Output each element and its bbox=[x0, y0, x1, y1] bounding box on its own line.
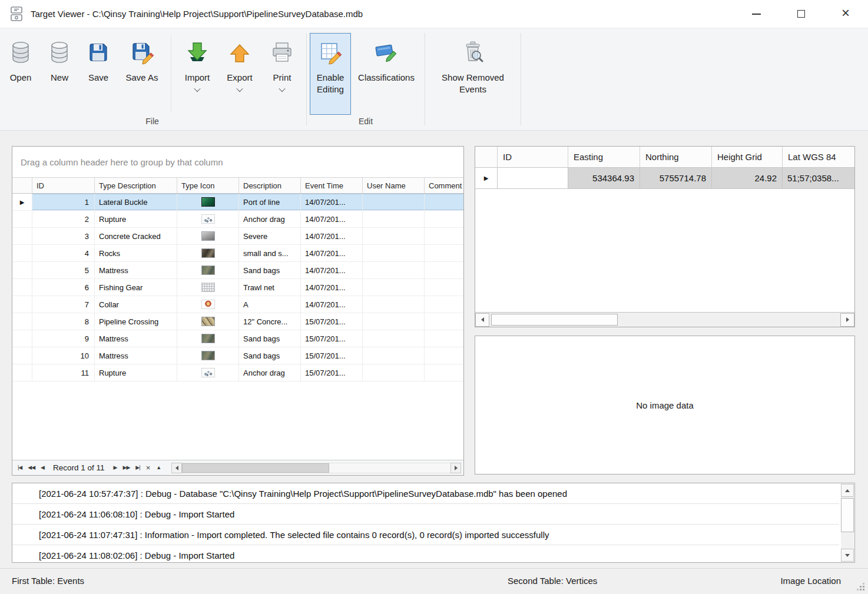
new-button[interactable]: New bbox=[40, 33, 79, 115]
cell-comment[interactable] bbox=[425, 296, 463, 313]
collapse-button[interactable]: ▲ bbox=[153, 465, 164, 470]
cell-user-name[interactable] bbox=[363, 262, 425, 278]
cell-description[interactable]: Anchor drag bbox=[239, 211, 301, 227]
cell-description[interactable]: Severe bbox=[239, 228, 301, 244]
cell-northing[interactable]: 5755714.78 bbox=[640, 168, 712, 189]
export-button[interactable]: Export bbox=[218, 33, 261, 115]
cell-description[interactable]: Anchor drag bbox=[239, 364, 301, 381]
cell-type-description[interactable]: Pipeline Crossing bbox=[95, 313, 177, 330]
prev-record-button[interactable]: ◀ bbox=[38, 465, 47, 470]
cell-comment[interactable] bbox=[425, 330, 463, 347]
cell-comment[interactable] bbox=[425, 313, 463, 330]
cell-event-time[interactable]: 15/07/201... bbox=[301, 364, 363, 381]
table-row[interactable]: ▶ 534364.93 5755714.78 24.92 51;57;0358.… bbox=[475, 168, 854, 189]
cell-event-time[interactable]: 14/07/201... bbox=[301, 245, 363, 261]
log-vertical-scrollbar[interactable] bbox=[841, 484, 854, 562]
column-header-id[interactable]: ID bbox=[32, 178, 95, 193]
cell-lat-wgs84[interactable]: 51;57;0358... bbox=[783, 168, 854, 189]
cell-id[interactable]: 4 bbox=[32, 245, 95, 261]
cell-user-name[interactable] bbox=[363, 194, 425, 210]
cell-type-icon[interactable] bbox=[177, 330, 239, 347]
cell-id[interactable]: 8 bbox=[32, 313, 95, 330]
scrollbar-track[interactable] bbox=[489, 313, 840, 327]
cell-type-icon[interactable] bbox=[177, 296, 239, 313]
cell-comment[interactable] bbox=[425, 194, 463, 210]
cell-type-description[interactable]: Rocks bbox=[95, 245, 177, 261]
cell-user-name[interactable] bbox=[363, 296, 425, 313]
table-row[interactable]: 3 Concrete Cracked Severe 14/07/201... bbox=[12, 228, 463, 245]
table-row[interactable]: 10 Mattress Sand bags 15/07/201... bbox=[12, 347, 463, 364]
table-row[interactable]: 7 Collar A 14/07/201... bbox=[12, 296, 463, 313]
scrollbar-thumb[interactable] bbox=[841, 498, 854, 532]
column-header-lat-wgs84[interactable]: Lat WGS 84 bbox=[783, 147, 854, 168]
cell-type-description[interactable]: Collar bbox=[95, 296, 177, 313]
cell-description[interactable]: Sand bags bbox=[239, 330, 301, 347]
table-row[interactable]: 2 Rupture Anchor drag 14/07/201... bbox=[12, 211, 463, 228]
first-record-button[interactable]: |◀ bbox=[15, 465, 25, 470]
table-row[interactable]: 5 Mattress Sand bags 14/07/201... bbox=[12, 262, 463, 279]
cell-user-name[interactable] bbox=[363, 364, 425, 381]
column-header-type-description[interactable]: Type Description bbox=[95, 178, 177, 193]
column-header-user-name[interactable]: User Name bbox=[363, 178, 425, 193]
scroll-right-button[interactable] bbox=[840, 313, 854, 327]
enable-editing-button[interactable]: Enable Editing bbox=[310, 33, 351, 115]
column-header-height-grid[interactable]: Height Grid bbox=[712, 147, 783, 168]
import-button[interactable]: Import bbox=[176, 33, 218, 115]
scroll-left-button[interactable] bbox=[171, 463, 182, 473]
cell-id[interactable]: 5 bbox=[32, 262, 95, 278]
cell-event-time[interactable]: 14/07/201... bbox=[301, 211, 363, 227]
cell-type-icon[interactable] bbox=[177, 211, 239, 227]
export-dropdown-icon[interactable] bbox=[236, 85, 243, 91]
cell-event-time[interactable]: 15/07/201... bbox=[301, 347, 363, 364]
cell-id[interactable]: 11 bbox=[32, 364, 95, 381]
cell-type-icon[interactable] bbox=[177, 228, 239, 244]
cell-event-time[interactable]: 15/07/201... bbox=[301, 313, 363, 330]
print-button[interactable]: Print bbox=[261, 33, 303, 115]
close-button[interactable]: × bbox=[823, 0, 868, 28]
last-record-button[interactable]: ▶| bbox=[132, 465, 143, 470]
classifications-button[interactable]: Classifications bbox=[351, 33, 422, 115]
table-row[interactable]: 6 Fishing Gear Trawl net 14/07/201... bbox=[12, 279, 463, 296]
prev-page-button[interactable]: ◀◀ bbox=[25, 465, 38, 470]
cell-event-time[interactable]: 14/07/201... bbox=[301, 228, 363, 244]
save-button[interactable]: Save bbox=[79, 33, 118, 115]
cell-user-name[interactable] bbox=[363, 211, 425, 227]
table-row[interactable]: 11 Rupture Anchor drag 15/07/201... bbox=[12, 364, 463, 381]
cell-type-icon[interactable] bbox=[177, 364, 239, 381]
table-row[interactable]: 4 Rocks small and s... 14/07/201... bbox=[12, 245, 463, 262]
cell-comment[interactable] bbox=[425, 279, 463, 296]
group-by-panel[interactable]: Drag a column header here to group by th… bbox=[12, 147, 463, 177]
delete-record-button[interactable]: × bbox=[143, 464, 154, 472]
cell-event-time[interactable]: 15/07/201... bbox=[301, 330, 363, 347]
cell-type-description[interactable]: Rupture bbox=[95, 364, 177, 381]
column-header-description[interactable]: Description bbox=[239, 178, 301, 193]
cell-id[interactable]: 10 bbox=[32, 347, 95, 364]
cell-type-icon[interactable] bbox=[177, 279, 239, 296]
scroll-down-button[interactable] bbox=[841, 549, 854, 562]
cell-id[interactable]: 1 bbox=[32, 194, 95, 210]
cell-user-name[interactable] bbox=[363, 330, 425, 347]
next-page-button[interactable]: ▶▶ bbox=[120, 465, 133, 470]
import-dropdown-icon[interactable] bbox=[194, 85, 200, 91]
cell-comment[interactable] bbox=[425, 262, 463, 278]
scrollbar-thumb[interactable] bbox=[491, 314, 618, 326]
cell-description[interactable]: Port of line bbox=[239, 194, 301, 210]
cell-description[interactable]: Trawl net bbox=[239, 279, 301, 296]
cell-id[interactable] bbox=[498, 168, 568, 189]
column-header-northing[interactable]: Northing bbox=[640, 147, 712, 168]
column-header-comment[interactable]: Comment bbox=[425, 178, 463, 193]
column-header-event-time[interactable]: Event Time bbox=[301, 178, 363, 193]
cell-type-description[interactable]: Concrete Cracked bbox=[95, 228, 177, 244]
cell-event-time[interactable]: 14/07/201... bbox=[301, 262, 363, 278]
cell-comment[interactable] bbox=[425, 364, 463, 381]
cell-description[interactable]: Sand bags bbox=[239, 347, 301, 364]
table-row[interactable]: 8 Pipeline Crossing 12" Concre... 15/07/… bbox=[12, 313, 463, 330]
cell-type-description[interactable]: Mattress bbox=[95, 347, 177, 364]
cell-comment[interactable] bbox=[425, 211, 463, 227]
show-removed-events-button[interactable]: Show Removed Events bbox=[428, 33, 518, 115]
scrollbar-thumb[interactable] bbox=[182, 463, 329, 473]
scroll-left-button[interactable] bbox=[475, 313, 489, 327]
scrollbar-track[interactable] bbox=[182, 463, 450, 473]
cell-type-icon[interactable] bbox=[177, 262, 239, 278]
cell-user-name[interactable] bbox=[363, 347, 425, 364]
